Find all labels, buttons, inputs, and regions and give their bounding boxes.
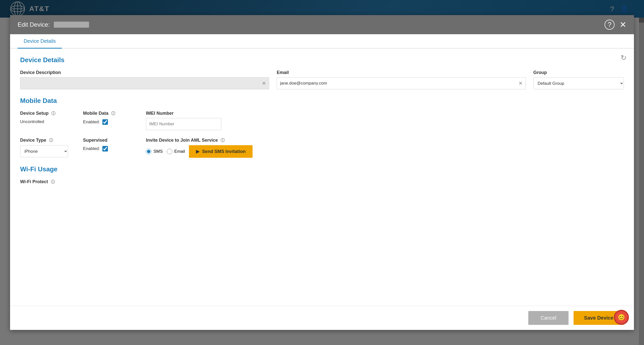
wifi-protect-group: Wi-Fi Protect ⓘ: [20, 179, 624, 185]
mobile-data-row-1: Device Setup ⓘ Uncontrolled Mobile Data …: [20, 111, 624, 130]
email-label: Email: [277, 70, 526, 75]
mobile-data-enabled-group: Mobile Data ⓘ Enabled:: [83, 111, 138, 125]
group-group: Group Default Group Group A Group B: [533, 70, 624, 89]
email-input[interactable]: [277, 77, 526, 89]
device-details-row: Device Description ✕ Email ✕ Group Defau…: [20, 70, 624, 89]
modal-title-value: [54, 22, 89, 28]
sms-radio-label: SMS: [153, 149, 163, 154]
device-type-select[interactable]: iPhone iPad Android Other: [20, 145, 68, 157]
imei-group: IMEI Number: [146, 111, 221, 130]
modal-footer: Cancel Save Device: [10, 306, 634, 330]
tab-device-details[interactable]: Device Details: [18, 34, 62, 48]
imei-input[interactable]: [146, 118, 221, 130]
mobile-data-section-title: Mobile Data: [20, 97, 624, 105]
device-type-help-icon[interactable]: ⓘ: [49, 138, 53, 142]
tab-bar: Device Details: [10, 34, 634, 49]
invite-aml-group: Invite Device to Join AML Service ⓘ SMS …: [146, 138, 624, 158]
group-label: Group: [533, 70, 624, 75]
email-group: Email ✕: [277, 70, 526, 89]
email-radio[interactable]: [167, 149, 172, 154]
device-setup-help-icon[interactable]: ⓘ: [51, 111, 55, 116]
refresh-button[interactable]: ↻: [621, 54, 626, 62]
device-setup-label: Device Setup ⓘ: [20, 111, 75, 116]
invite-aml-label: Invite Device to Join AML Service ⓘ: [146, 138, 624, 143]
device-setup-group: Device Setup ⓘ Uncontrolled: [20, 111, 75, 124]
supervised-group: Supervised Enabled:: [83, 138, 138, 151]
chat-support-button[interactable]: 😊: [614, 310, 629, 325]
wifi-usage-section: Wi-Fi Usage Wi-Fi Protect ⓘ: [20, 165, 624, 185]
modal-close-icon[interactable]: ✕: [620, 20, 626, 29]
device-description-clear-icon[interactable]: ✕: [262, 80, 266, 86]
sms-radio[interactable]: [146, 149, 151, 154]
device-description-label: Device Description: [20, 70, 269, 75]
email-radio-option: Email: [167, 149, 185, 154]
device-description-input[interactable]: [20, 77, 269, 89]
send-sms-label: Send SMS Invitation: [202, 149, 246, 154]
device-type-group: Device Type ⓘ iPhone iPad Android Other: [20, 138, 75, 157]
email-radio-label: Email: [174, 149, 185, 154]
mobile-data-enabled-label: Enabled:: [83, 120, 100, 125]
modal-help-icon[interactable]: ?: [605, 20, 615, 30]
wifi-section-title: Wi-Fi Usage: [20, 165, 624, 173]
email-clear-icon[interactable]: ✕: [518, 80, 523, 86]
imei-label: IMEI Number: [146, 111, 221, 116]
supervised-enabled-wrapper: Enabled:: [83, 146, 138, 151]
invite-aml-options: SMS Email ▶ Send SMS Invitation: [146, 145, 624, 158]
mobile-data-help-icon[interactable]: ⓘ: [111, 111, 115, 116]
mobile-data-label: Mobile Data ⓘ: [83, 111, 138, 116]
mobile-data-enabled-wrapper: Enabled:: [83, 119, 138, 125]
wifi-protect-help-icon[interactable]: ⓘ: [51, 180, 55, 184]
mobile-data-row-2: Device Type ⓘ iPhone iPad Android Other …: [20, 138, 624, 158]
wifi-protect-label: Wi-Fi Protect ⓘ: [20, 179, 624, 185]
cancel-button[interactable]: Cancel: [528, 311, 569, 325]
device-details-section-title: Device Details: [20, 56, 624, 64]
mobile-data-checkbox[interactable]: [102, 119, 108, 125]
group-select[interactable]: Default Group Group A Group B: [533, 77, 624, 89]
edit-device-modal: Edit Device: ? ✕ Device Details ↻ Device…: [10, 15, 634, 330]
device-setup-value: Uncontrolled: [20, 118, 75, 124]
chat-avatar-icon: 😊: [615, 311, 628, 324]
invite-aml-help-icon[interactable]: ⓘ: [221, 138, 225, 142]
modal-header: Edit Device: ? ✕: [10, 15, 634, 34]
device-type-label: Device Type ⓘ: [20, 138, 75, 143]
modal-body: ↻ Device Details Device Description ✕ Em…: [10, 49, 634, 306]
modal-header-icons: ? ✕: [605, 20, 626, 30]
modal-title-prefix: Edit Device:: [18, 21, 50, 28]
supervised-enabled-label: Enabled:: [83, 146, 100, 151]
device-description-group: Device Description ✕: [20, 70, 269, 89]
device-description-input-wrapper: ✕: [20, 77, 269, 89]
modal-title: Edit Device:: [18, 21, 89, 28]
email-input-wrapper: ✕: [277, 77, 526, 89]
send-sms-icon: ▶: [196, 149, 199, 154]
supervised-label: Supervised: [83, 138, 138, 143]
send-sms-button[interactable]: ▶ Send SMS Invitation: [189, 145, 253, 158]
sms-radio-option: SMS: [146, 149, 163, 154]
supervised-checkbox[interactable]: [102, 146, 108, 151]
